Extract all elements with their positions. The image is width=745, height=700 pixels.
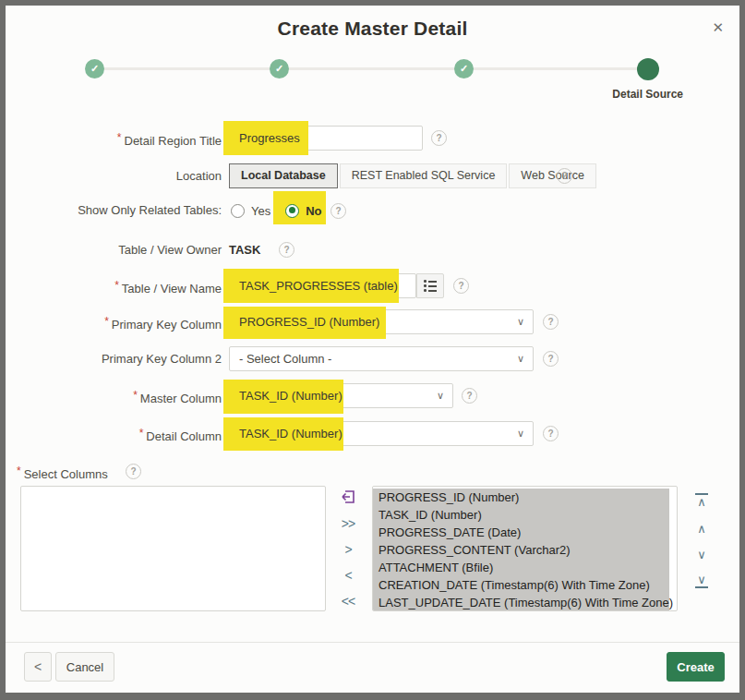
required-marker: * [17, 465, 21, 477]
radio-no-label: No [306, 204, 321, 218]
dialog-title: Create Master Detail [6, 18, 739, 40]
step-1-done-icon: ✓ [85, 59, 104, 78]
back-button[interactable]: < [24, 652, 52, 682]
help-icon[interactable]: ? [462, 388, 477, 404]
show-only-related-tables-label: Show Only Related Tables: [6, 199, 222, 223]
help-icon[interactable]: ? [330, 203, 346, 219]
help-icon[interactable]: ? [279, 242, 294, 258]
location-option-web-source[interactable]: Web Source [509, 163, 596, 188]
move-all-left-button[interactable]: << [335, 591, 361, 611]
selected-column-item[interactable]: CREATION_DATE (Timestamp(6) With Time Zo… [373, 576, 669, 594]
move-all-right-button[interactable]: >> [335, 513, 361, 534]
required-marker: * [114, 279, 119, 292]
table-view-owner-row: Table / View Owner TASK ? [6, 242, 739, 258]
chevron-left-icon: < [34, 659, 42, 674]
help-icon[interactable]: ? [543, 351, 559, 367]
create-master-detail-dialog: Create Master Detail ✕ ✓ ✓ ✓ Detail Sour… [0, 0, 745, 700]
chevron-down-icon: ∨ [517, 422, 524, 445]
help-icon[interactable]: ? [557, 168, 572, 184]
help-icon[interactable]: ? [126, 464, 141, 479]
move-down-button[interactable]: ∨ [689, 544, 715, 564]
select-columns-label: *Select Columns [17, 464, 108, 482]
selected-column-item[interactable]: PROGRESS_CONTENT (Varchar2) [373, 541, 669, 559]
help-icon[interactable]: ? [453, 278, 469, 294]
primary-key-column-2-label: Primary Key Column 2 [6, 346, 222, 371]
reset-icon [342, 490, 355, 504]
chevron-down-icon: ∨ [437, 384, 444, 407]
move-right-button[interactable]: > [335, 539, 361, 560]
create-button[interactable]: Create [667, 652, 725, 682]
table-view-owner-value: TASK [229, 243, 260, 257]
primary-key-column-2-row: Primary Key Column 2 - Select Column - ∨… [6, 346, 739, 371]
selected-column-item[interactable]: PROGRESS_DATE (Date) [373, 524, 669, 541]
help-icon[interactable]: ? [543, 426, 559, 441]
location-option-rest-enabled-sql-service[interactable]: REST Enabled SQL Service [340, 163, 508, 188]
table-view-name-row: *Table / View Name TASK_PROGRESSES (tabl… [6, 273, 739, 298]
chevron-down-icon: ∨ [695, 548, 708, 561]
move-to-bottom-icon: ∨ [695, 573, 708, 588]
double-chevron-left-icon: << [342, 594, 354, 609]
master-column-row: *Master Column TASK_ID (Number) ∨ ? [6, 383, 739, 408]
selected-column-item[interactable]: LAST_UPDATE_DATE (Timestamp(6) With Time… [373, 594, 669, 611]
chevron-down-icon: ∨ [517, 310, 524, 333]
required-marker: * [104, 315, 109, 328]
help-icon[interactable]: ? [543, 314, 559, 330]
primary-key-column-2-select[interactable]: - Select Column - ∨ [229, 346, 534, 371]
list-picker-icon [424, 280, 437, 292]
detail-region-title-row: *Detail Region Title Progresses ? [6, 126, 739, 151]
help-icon[interactable]: ? [431, 130, 447, 146]
close-icon[interactable]: ✕ [712, 20, 724, 34]
chevron-right-icon: > [344, 542, 351, 557]
location-option-local-database[interactable]: Local Database [229, 163, 338, 188]
step-3-done-icon: ✓ [454, 59, 474, 78]
master-column-label: *Master Column [6, 383, 222, 411]
move-to-top-icon: ∧ [695, 493, 708, 509]
footer-divider [6, 642, 739, 643]
detail-region-title-label: *Detail Region Title [6, 126, 222, 153]
required-marker: * [139, 427, 144, 440]
location-label: Location [6, 163, 222, 188]
detail-column-row: *Detail Column TASK_ID (Number) ∨ ? [6, 421, 739, 446]
table-view-owner-label: Table / View Owner [6, 242, 222, 258]
move-to-bottom-button[interactable]: ∨ [689, 570, 715, 590]
selected-column-item[interactable]: PROGRESS_ID (Number) [373, 489, 669, 506]
required-marker: * [133, 389, 138, 402]
radio-yes-label: Yes [251, 204, 270, 218]
location-button-group: Local Database REST Enabled SQL Service … [229, 163, 596, 188]
move-up-button[interactable]: ∧ [689, 518, 715, 538]
chevron-left-icon: < [344, 568, 351, 583]
move-to-top-button[interactable]: ∧ [689, 490, 715, 511]
show-only-related-tables-row: Show Only Related Tables: Yes No ? [6, 199, 739, 223]
stepper-line [95, 67, 648, 70]
select-columns-shuttle: >> > < << PROGRESS_ID (Number) TASK_ID (… [6, 486, 739, 611]
radio-yes[interactable] [231, 204, 245, 218]
required-marker: * [117, 131, 122, 144]
location-row: Location Local Database REST Enabled SQL… [6, 163, 739, 188]
selected-column-item[interactable]: ATTACHMENT (Bfile) [373, 559, 669, 576]
table-view-name-label: *Table / View Name [6, 273, 222, 301]
cancel-button[interactable]: Cancel [55, 652, 114, 682]
step-4-current-icon [637, 58, 659, 80]
shuttle-available-list[interactable] [20, 486, 326, 611]
shuttle-reset-button[interactable] [335, 487, 361, 507]
select-columns-label-row: *Select Columns ? [6, 464, 739, 479]
current-step-label: Detail Source [612, 88, 683, 101]
step-2-done-icon: ✓ [270, 59, 289, 78]
detail-column-label: *Detail Column [6, 421, 222, 449]
shuttle-selected-list: PROGRESS_ID (Number) TASK_ID (Number) PR… [372, 486, 678, 611]
table-view-name-lov-button[interactable] [416, 273, 444, 298]
move-left-button[interactable]: < [335, 565, 361, 585]
chevron-up-icon: ∧ [695, 522, 708, 536]
double-chevron-right-icon: >> [342, 516, 354, 531]
primary-key-column-row: *Primary Key Column PROGRESS_ID (Number)… [6, 309, 739, 334]
selected-column-item[interactable]: TASK_ID (Number) [373, 506, 669, 524]
radio-no[interactable] [285, 204, 299, 218]
primary-key-column-label: *Primary Key Column [6, 309, 222, 337]
chevron-down-icon: ∨ [517, 347, 524, 370]
